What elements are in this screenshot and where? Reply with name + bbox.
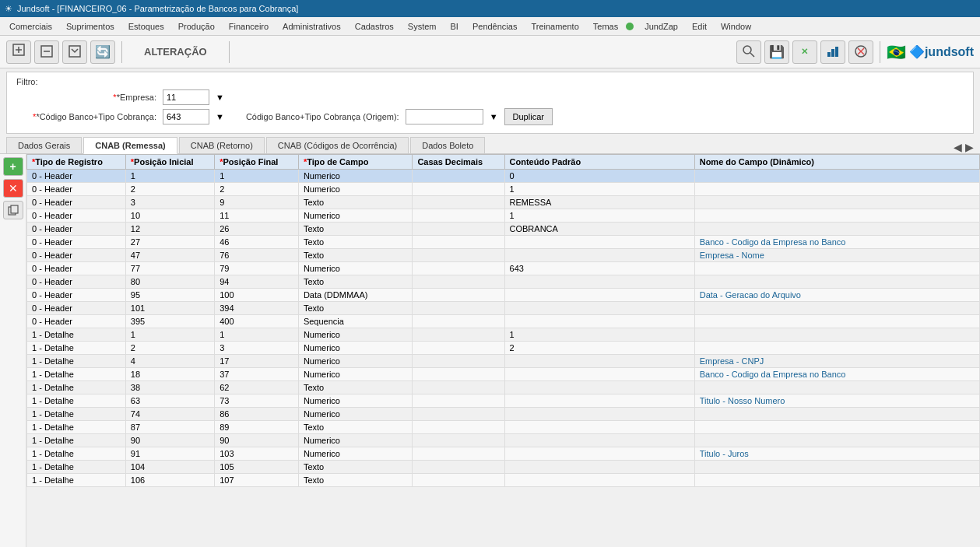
exit-button[interactable]	[848, 40, 873, 64]
chart-button[interactable]	[820, 40, 845, 64]
filter-row-empresa: **Empresa: ▼	[16, 89, 964, 105]
table-row[interactable]: 1 - Detalhe 63 73 Numerico Titulo - Noss…	[27, 394, 980, 408]
table-area[interactable]: *Tipo de Registro *Posição Inicial *Posi…	[26, 154, 980, 547]
table-row[interactable]: 0 - Header 395 400 Sequencia	[27, 315, 980, 328]
duplicate-row-button[interactable]	[3, 201, 23, 219]
tab-cnab-remessa[interactable]: CNAB (Remessa)	[83, 137, 177, 154]
cell-casas	[413, 474, 504, 487]
origem-input[interactable]	[406, 109, 483, 124]
menu-item-comerciais[interactable]: Comerciais	[3, 20, 58, 33]
menu-item-pendencias[interactable]: Pendências	[466, 20, 524, 33]
cell-nome	[694, 262, 979, 275]
cell-pos-fin: 105	[215, 461, 299, 474]
cell-campo: Numerico	[298, 328, 413, 342]
table-row[interactable]: 1 - Detalhe 2 3 Numerico 2	[27, 342, 980, 355]
search-button[interactable]	[736, 40, 761, 64]
cell-pos-ini: 2	[125, 183, 214, 196]
tab-prev-button[interactable]: ◀	[954, 141, 962, 153]
cell-pos-fin: 103	[215, 447, 299, 461]
cancel-button[interactable]	[62, 40, 87, 64]
tab-dados-boleto[interactable]: Dados Boleto	[410, 137, 485, 153]
table-row[interactable]: 0 - Header 12 26 Texto COBRANCA	[27, 223, 980, 236]
table-row[interactable]: 1 - Detalhe 38 62 Texto	[27, 381, 980, 394]
cell-tipo: 0 - Header	[27, 315, 126, 328]
cell-nome: Empresa - CNPJ	[694, 355, 979, 368]
cell-nome: Empresa - Nome	[694, 249, 979, 262]
cell-nome: Titulo - Juros	[694, 447, 979, 461]
menu-item-cadastros[interactable]: Cadastros	[349, 20, 400, 33]
duplicar-button[interactable]: Duplicar	[504, 108, 553, 125]
svg-point-6	[743, 46, 751, 54]
menu-item-estoques[interactable]: Estoques	[122, 20, 170, 33]
tab-cnab-retorno[interactable]: CNAB (Retorno)	[179, 137, 265, 153]
cell-pos-ini: 95	[125, 289, 214, 302]
empresa-input[interactable]	[163, 89, 209, 105]
origem-dropdown-icon[interactable]: ▼	[490, 112, 498, 121]
cell-tipo: 1 - Detalhe	[27, 434, 126, 447]
table-row[interactable]: 1 - Detalhe 106 107 Texto	[27, 474, 980, 487]
logo-flag: 🇧🇷	[887, 43, 906, 61]
cell-conteudo	[504, 368, 694, 381]
cell-nome	[694, 315, 979, 328]
menu-item-administrativos[interactable]: Administrativos	[276, 20, 347, 33]
new-button[interactable]	[6, 40, 31, 64]
cell-pos-ini: 74	[125, 408, 214, 421]
codigo-input[interactable]	[163, 109, 209, 124]
cell-pos-ini: 104	[125, 461, 214, 474]
tab-dados-gerais[interactable]: Dados Gerais	[6, 137, 82, 153]
menu-item-bi[interactable]: BI	[444, 20, 465, 33]
cell-pos-fin: 90	[215, 434, 299, 447]
cell-pos-ini: 4	[125, 355, 214, 368]
codigo-dropdown-icon[interactable]: ▼	[216, 112, 224, 121]
cell-campo: Texto	[298, 421, 413, 434]
table-row[interactable]: 0 - Header 77 79 Numerico 643	[27, 262, 980, 275]
cell-tipo: 0 - Header	[27, 196, 126, 209]
menu-item-suprimentos[interactable]: Suprimentos	[60, 20, 121, 33]
table-row[interactable]: 1 - Detalhe 91 103 Numerico Titulo - Jur…	[27, 447, 980, 461]
menu-item-temas[interactable]: Temas	[587, 20, 624, 33]
cell-conteudo	[504, 447, 694, 461]
menu-item-treinamento[interactable]: Treinamento	[525, 20, 585, 33]
table-row[interactable]: 1 - Detalhe 1 1 Numerico 1	[27, 328, 980, 342]
delete-row-button[interactable]: ✕	[3, 179, 23, 198]
cell-casas	[413, 368, 504, 381]
table-row[interactable]: 0 - Header 47 76 Texto Empresa - Nome	[27, 249, 980, 262]
table-row[interactable]: 1 - Detalhe 18 37 Numerico Banco - Codig…	[27, 368, 980, 381]
tabs: Dados Gerais CNAB (Remessa) CNAB (Retorn…	[0, 137, 980, 154]
tab-next-button[interactable]: ▶	[965, 141, 974, 153]
menu-item-window[interactable]: Window	[715, 20, 757, 33]
table-row[interactable]: 1 - Detalhe 90 90 Numerico	[27, 434, 980, 447]
menu-item-jundzap[interactable]: JundZap	[638, 20, 684, 33]
menu-item-system[interactable]: System	[402, 20, 443, 33]
table-row[interactable]: 0 - Header 10 11 Numerico 1	[27, 209, 980, 223]
table-row[interactable]: 0 - Header 27 46 Texto Banco - Codigo da…	[27, 236, 980, 249]
tab-cnab-codigos[interactable]: CNAB (Códigos de Ocorrência)	[266, 137, 409, 153]
table-row[interactable]: 1 - Detalhe 4 17 Numerico Empresa - CNPJ	[27, 355, 980, 368]
cell-conteudo	[504, 315, 694, 328]
cell-pos-fin: 79	[215, 262, 299, 275]
cell-campo: Texto	[298, 302, 413, 315]
empresa-dropdown-icon[interactable]: ▼	[216, 93, 224, 102]
menu-item-producao[interactable]: Produção	[172, 20, 221, 33]
table-row[interactable]: 0 - Header 3 9 Texto REMESSA	[27, 196, 980, 209]
table-row[interactable]: 0 - Header 1 1 Numerico 0	[27, 170, 980, 183]
cell-conteudo	[504, 461, 694, 474]
table-row[interactable]: 0 - Header 80 94 Texto	[27, 275, 980, 289]
cell-pos-ini: 47	[125, 249, 214, 262]
save-button[interactable]: 💾	[764, 40, 789, 64]
table-row[interactable]: 1 - Detalhe 104 105 Texto	[27, 461, 980, 474]
table-row[interactable]: 1 - Detalhe 87 89 Texto	[27, 421, 980, 434]
add-row-button[interactable]: +	[3, 157, 23, 176]
menu-item-financeiro[interactable]: Financeiro	[223, 20, 275, 33]
cell-casas	[413, 434, 504, 447]
table-row[interactable]: 1 - Detalhe 74 86 Numerico	[27, 408, 980, 421]
cell-campo: Texto	[298, 461, 413, 474]
edit-button[interactable]	[34, 40, 59, 64]
menu-item-edit[interactable]: Edit	[686, 20, 713, 33]
search-icon	[742, 44, 756, 60]
table-row[interactable]: 0 - Header 101 394 Texto	[27, 302, 980, 315]
excel-button[interactable]: ✕	[792, 40, 817, 64]
refresh-button[interactable]: 🔄	[90, 40, 115, 64]
table-row[interactable]: 0 - Header 95 100 Data (DDMMAA) Data - G…	[27, 289, 980, 302]
table-row[interactable]: 0 - Header 2 2 Numerico 1	[27, 183, 980, 196]
